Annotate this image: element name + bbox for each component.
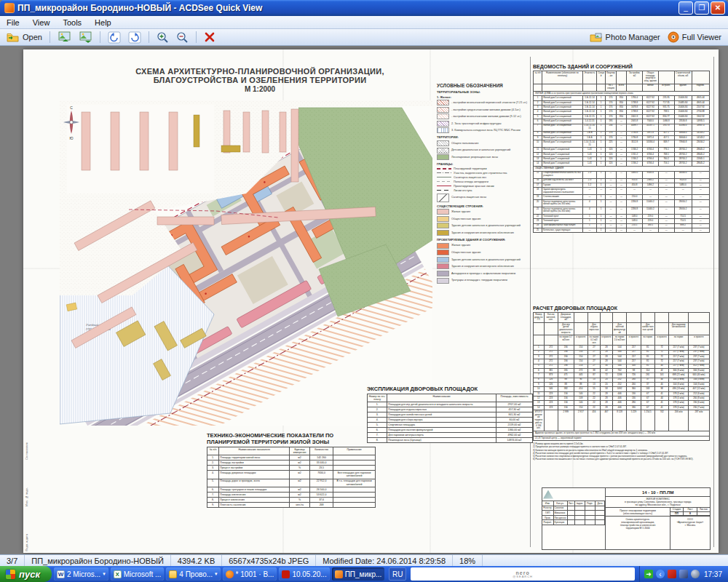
pdf-icon [282, 570, 290, 578]
image-viewer-canvas[interactable]: СХЕМА АРХИТЕКТУРНО-ПЛАНИРОВОЧНОЙ ОРГАНИЗ… [0, 46, 728, 554]
legend-swatch-box-szz [437, 194, 449, 202]
table-cell: по норме [641, 335, 655, 346]
table-cell [575, 520, 585, 525]
menu-tools[interactable]: Tools [56, 16, 88, 28]
table-cell [596, 516, 606, 521]
taskbar-task-firefox[interactable]: * 1001 · B... [223, 567, 277, 581]
table-cell: 11440.2 [643, 200, 659, 207]
legend-item: Жилые здания [437, 209, 543, 215]
legend-swatch-fill-road [437, 271, 449, 276]
table-cell: 1 [597, 140, 606, 148]
table-cell: — [643, 228, 659, 233]
table-cell: 18907.4 [692, 124, 710, 132]
tray-volume-icon[interactable] [691, 570, 700, 578]
minimize-button[interactable]: _ [678, 1, 693, 15]
legend-swatch-hatch-red-pale [437, 113, 449, 119]
legend-item: Детских дошкольных и школьных учреждений [437, 148, 543, 154]
table-cell: Застройки, м2 [627, 71, 643, 84]
legend-item: Лесопарковые рекреационные зоны [437, 154, 543, 160]
legend-item: Линии отступа [437, 189, 543, 192]
table-cell: всего [617, 84, 628, 92]
tray-antivirus-icon[interactable] [668, 570, 676, 578]
table-cell: № п/п [534, 71, 542, 84]
task-label: Microsoft ... [124, 570, 162, 578]
taskbar-task-pdf[interactable]: 10.05.20... [279, 567, 329, 581]
rotate-right-button[interactable] [124, 30, 145, 44]
org-name: ООО «Архитектурное бюро» г. Москва [670, 517, 710, 549]
start-button[interactable]: пуск [0, 566, 52, 582]
table-cell: — [597, 188, 606, 195]
menu-help[interactable]: Help [88, 16, 118, 28]
menu-file[interactable]: File [0, 16, 26, 28]
yard-calc-notes: 1) Размер одного машино-места принят 2,5… [533, 442, 710, 460]
table-cell: 142 260 [310, 455, 333, 461]
table-cell: № п/п [207, 447, 219, 455]
task-group-chevron-icon[interactable]: ▾ [215, 571, 218, 577]
maximize-button[interactable]: ❐ [695, 1, 709, 15]
table-cell [333, 498, 376, 503]
table-cell: 5. [368, 423, 387, 428]
legend-swatch-hatch-gray [437, 140, 449, 146]
table-cell: 2-3 [583, 172, 597, 179]
legend-item: - застройки многоэтажными жилыми домами … [437, 113, 543, 119]
table-cell: м2 [290, 461, 310, 466]
legend-heading: СУЩЕСТВУЮЩИЕ СТРОЕНИЯ: [437, 204, 543, 208]
table-cell: в проекте [655, 335, 669, 346]
table-cell: 5 229 [627, 410, 641, 431]
taskbar-task-word[interactable]: W2 Micros...▾ [54, 567, 108, 581]
table-cell: 3112.8 [627, 140, 643, 148]
table-cell: Площадь дворовых площадок [219, 471, 290, 479]
zoom-out-button[interactable] [173, 30, 192, 44]
table-cell: 1 [597, 228, 606, 233]
table-cell: 742 [655, 410, 669, 431]
yard-calc-title: РАСЧЕТ ДВОРОВЫХ ПЛОЩАДОК [533, 306, 710, 311]
nero-search-deskband[interactable]: nero @SEARCH [411, 567, 635, 581]
legend-item-label: Жилые здания [451, 244, 470, 247]
previous-image-button[interactable] [54, 30, 75, 44]
full-viewer-icon [668, 31, 679, 43]
table-cell: в проекте [574, 335, 588, 346]
table-cell: Количество [310, 447, 333, 455]
legend-swatch-line-szz [437, 177, 451, 178]
legend-item: Здания и сооружения инженерного обеспече… [437, 263, 543, 269]
table-cell: ГИП [542, 511, 554, 516]
table-cell: м2 [290, 471, 310, 479]
table-cell: 8 128 [613, 410, 627, 431]
title-bar[interactable]: ПП_микрорайон Бородино-НОВЫЙ - ACDSee Qu… [0, 0, 728, 16]
rotate-left-button[interactable] [104, 30, 124, 44]
table-cell: 18 [534, 188, 542, 195]
menu-view[interactable]: View [26, 16, 57, 28]
zoom-in-button[interactable] [153, 30, 173, 44]
full-viewer-button[interactable]: Full Viewer [664, 30, 725, 44]
table-cell: Наименование показателя [219, 447, 290, 455]
table-cell: — [617, 200, 628, 207]
legend-item: Планируемой территории [437, 167, 543, 170]
taskbar-task-acdsee[interactable]: ПП_микр... [332, 567, 385, 581]
org-logo [542, 488, 605, 501]
legend-item-label: 3. Коммунально-складская зона ЛЦ ГПС МЧС… [451, 129, 521, 132]
table-cell: Жилой дом 7-и секционный [542, 124, 583, 132]
table-cell: — [627, 228, 643, 233]
table-cell: 4. [368, 418, 387, 423]
table-cell: Примечание [333, 447, 376, 455]
table-cell: 1 [597, 207, 606, 215]
close-button[interactable]: ✕ [711, 1, 725, 15]
taskbar-task-excel[interactable]: XMicrosoft ... [111, 567, 165, 581]
table-cell: — [659, 228, 675, 233]
tray-collapse-chevron-icon[interactable]: ‹ [656, 570, 665, 578]
task-group-chevron-icon[interactable]: ▾ [103, 571, 106, 577]
tray-download-icon[interactable]: ➜ [644, 570, 653, 578]
delete-button[interactable] [200, 30, 219, 44]
open-button[interactable]: Open [3, 30, 46, 44]
table-cell: Для занятий физкультурой [613, 323, 627, 336]
table-cell: 14874,00 м2 [496, 438, 533, 443]
next-image-button[interactable] [75, 30, 96, 44]
taskbar-task-folder[interactable]: 4 Прово...▾ [166, 567, 220, 581]
photo-manager-button[interactable]: Photo Manager [586, 30, 664, 44]
legend-item-label: Здания детских школьных и дошкольных учр… [451, 224, 521, 227]
table-cell: 6. [207, 487, 219, 493]
table-cell: — [617, 172, 628, 179]
language-indicator[interactable]: RU [389, 567, 406, 581]
tray-display-icon[interactable] [679, 570, 688, 578]
table-cell [534, 84, 542, 92]
